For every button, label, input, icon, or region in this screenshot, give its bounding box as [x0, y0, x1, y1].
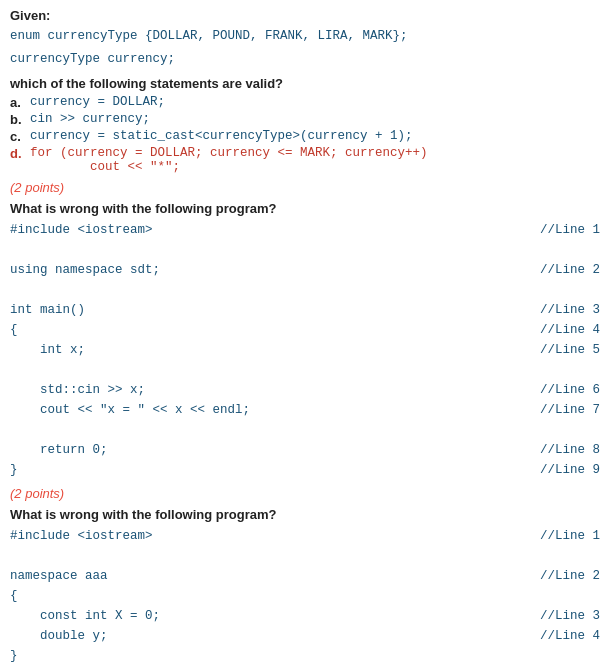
p1-line9-code: }: [10, 460, 500, 480]
p2-brace-close: }: [10, 646, 500, 666]
p2-line1-comment: //Line 1: [500, 526, 600, 546]
question1: which of the following statements are va…: [10, 76, 600, 91]
p1-line1-comment: //Line 1: [500, 220, 600, 240]
p1-line8-comment: //Line 8: [500, 440, 600, 460]
p1-line1-code: #include <iostream>: [10, 220, 500, 240]
option-d-letter: d.: [10, 146, 30, 161]
option-b-letter: b.: [10, 112, 30, 127]
option-d-code: for (currency = DOLLAR; currency <= MARK…: [30, 146, 428, 174]
p2-line2-code: namespace aaa: [10, 566, 500, 586]
p1-line2-comment: //Line 2: [500, 260, 600, 280]
p2-line4-code: double y;: [10, 626, 500, 646]
enum-declaration: enum currencyType {DOLLAR, POUND, FRANK,…: [10, 27, 600, 46]
p1-line2-code: using namespace sdt;: [10, 260, 500, 280]
option-a-code: currency = DOLLAR;: [30, 95, 165, 109]
p1-line8-code: return 0;: [10, 440, 500, 460]
p2-line1-code: #include <iostream>: [10, 526, 500, 546]
p1-line3-comment: //Line 3: [500, 300, 600, 320]
p1-line6-comment: //Line 6: [500, 380, 600, 400]
option-a-letter: a.: [10, 95, 30, 110]
p2-brace-open: {: [10, 586, 500, 606]
option-d: d. for (currency = DOLLAR; currency <= M…: [10, 146, 600, 174]
p1-line7-comment: //Line 7: [500, 400, 600, 420]
given-label: Given:: [10, 8, 600, 23]
option-b-code: cin >> currency;: [30, 112, 150, 126]
p1-line4-code: {: [10, 320, 500, 340]
p2-line3-comment: //Line 3: [500, 606, 600, 626]
option-a: a. currency = DOLLAR;: [10, 95, 600, 110]
question2: What is wrong with the following program…: [10, 201, 600, 216]
p1-line5-code: int x;: [10, 340, 500, 360]
points2: (2 points): [10, 486, 600, 501]
p1-line7-code: cout << "x = " << x << endl;: [10, 400, 500, 420]
currency-declaration: currencyType currency;: [10, 50, 600, 69]
program2: #include <iostream> //Line 1 namespace a…: [10, 526, 600, 666]
option-c-code: currency = static_cast<currencyType>(cur…: [30, 129, 413, 143]
p2-line2-comment: //Line 2: [500, 566, 600, 586]
option-b: b. cin >> currency;: [10, 112, 600, 127]
points1: (2 points): [10, 180, 600, 195]
question3: What is wrong with the following program…: [10, 507, 600, 522]
p1-line5-comment: //Line 5: [500, 340, 600, 360]
option-c: c. currency = static_cast<currencyType>(…: [10, 129, 600, 144]
p1-line9-comment: //Line 9: [500, 460, 600, 480]
p2-line4-comment: //Line 4: [500, 626, 600, 646]
p1-line4-comment: //Line 4: [500, 320, 600, 340]
p2-line3-code: const int X = 0;: [10, 606, 500, 626]
p1-line6-code: std::cin >> x;: [10, 380, 500, 400]
p1-line3-code: int main(): [10, 300, 500, 320]
option-c-letter: c.: [10, 129, 30, 144]
program1: #include <iostream> //Line 1 using names…: [10, 220, 600, 480]
